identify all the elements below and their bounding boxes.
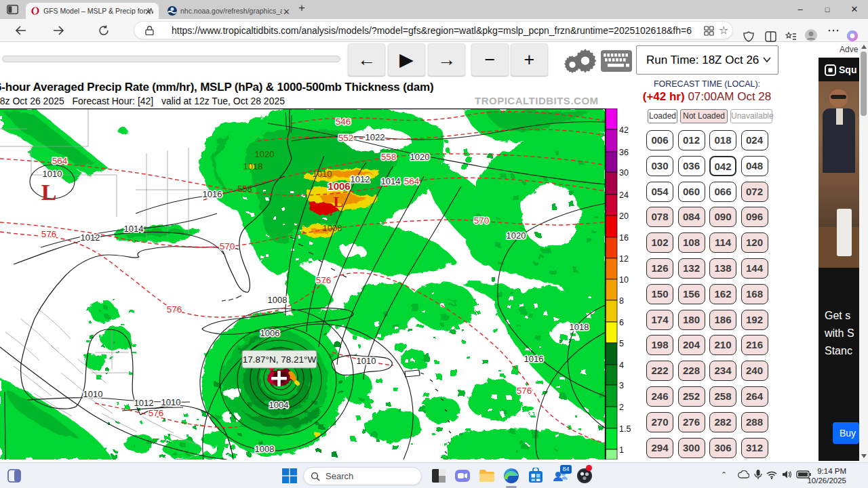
svg-text:42: 42 (619, 125, 629, 135)
svg-text:1014: 1014 (381, 176, 401, 186)
svg-text:564: 564 (404, 176, 420, 186)
svg-text:576: 576 (41, 229, 57, 239)
svg-text:558: 558 (381, 152, 397, 162)
svg-text:564: 564 (52, 156, 68, 166)
svg-text:1018: 1018 (243, 161, 263, 171)
svg-text:1010: 1010 (357, 356, 376, 366)
svg-text:3: 3 (619, 381, 624, 390)
svg-text:1010: 1010 (161, 397, 181, 407)
svg-text:36: 36 (619, 148, 629, 157)
svg-text:576: 576 (316, 275, 332, 285)
svg-text:570: 570 (220, 241, 235, 251)
svg-text:1010: 1010 (83, 389, 103, 399)
svg-text:8: 8 (619, 296, 624, 306)
svg-text:1008: 1008 (268, 295, 288, 305)
svg-text:1006: 1006 (328, 180, 350, 192)
svg-text:12: 12 (619, 254, 629, 264)
svg-text:1012: 1012 (351, 174, 370, 184)
svg-text:4: 4 (619, 361, 624, 370)
svg-text:1.5: 1.5 (619, 424, 631, 434)
svg-text:576: 576 (149, 408, 164, 418)
svg-text:1: 1 (619, 445, 624, 455)
svg-text:20: 20 (619, 211, 629, 221)
svg-text:1018: 1018 (570, 322, 589, 332)
svg-text:1020: 1020 (507, 230, 526, 241)
svg-text:1008: 1008 (323, 223, 342, 233)
svg-text:24: 24 (619, 190, 629, 200)
svg-text:30: 30 (619, 168, 629, 178)
svg-text:1012: 1012 (134, 398, 154, 408)
svg-text:1006: 1006 (260, 328, 280, 338)
svg-text:570: 570 (474, 216, 490, 226)
svg-text:1020: 1020 (255, 149, 275, 159)
svg-text:576: 576 (167, 304, 182, 314)
svg-text:552: 552 (338, 133, 354, 143)
svg-text:L: L (41, 180, 57, 205)
svg-text:2: 2 (619, 403, 624, 412)
svg-text:1012: 1012 (81, 232, 100, 243)
svg-text:6: 6 (619, 318, 624, 327)
svg-text:1022: 1022 (366, 132, 385, 142)
svg-text:1014: 1014 (124, 224, 144, 234)
svg-text:L: L (334, 193, 344, 210)
svg-text:576: 576 (517, 386, 532, 396)
svg-text:17.87°N, 78.21°W: 17.87°N, 78.21°W (243, 354, 317, 365)
svg-text:1020: 1020 (410, 152, 430, 162)
svg-text:5: 5 (619, 339, 624, 348)
svg-text:1004: 1004 (269, 400, 289, 410)
svg-text:546: 546 (336, 117, 351, 127)
svg-text:16: 16 (619, 233, 629, 243)
svg-text:1010: 1010 (313, 169, 332, 179)
svg-text:1008: 1008 (255, 444, 275, 454)
svg-text:10: 10 (619, 275, 629, 285)
svg-text:558: 558 (237, 184, 252, 194)
svg-text:1010: 1010 (43, 169, 62, 179)
svg-text:1016: 1016 (524, 354, 544, 364)
svg-text:1016: 1016 (203, 189, 222, 199)
